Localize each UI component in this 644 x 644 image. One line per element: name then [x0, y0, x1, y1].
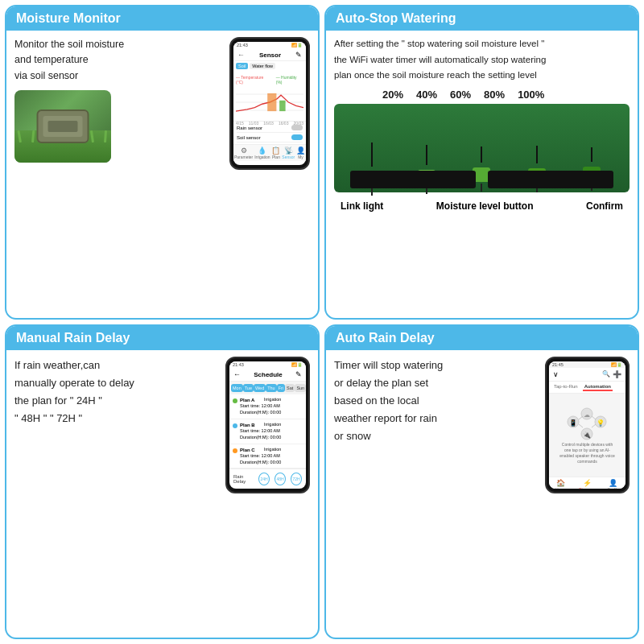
- schedule-signal: 📶🔋: [291, 362, 303, 367]
- auto-nav-profile[interactable]: 👤 Profile: [608, 479, 619, 489]
- plan-icon: 📋: [271, 147, 280, 155]
- bottom-labels: Link light Moisture level button Confirm: [334, 199, 630, 213]
- blade-7: [90, 130, 94, 142]
- waterflow-tab[interactable]: Water flow: [250, 63, 275, 69]
- level-60: 60%: [450, 89, 471, 101]
- soil-sensor-row: Soil sensor: [237, 133, 303, 142]
- auto-nav-profile-label: Profile: [608, 487, 619, 489]
- moisture-chart: [236, 86, 303, 118]
- svg-text:💡: 💡: [597, 419, 605, 427]
- link-light-label: Link light: [341, 200, 383, 212]
- auto-nav-home[interactable]: 🏠 Home: [555, 479, 566, 489]
- slot-right: [488, 171, 613, 188]
- auto-phone-nav: 🏠 Home ⚡ Discover 👤 Profile: [549, 477, 625, 489]
- chart-area: — Temperature (°C) — Humidity (%): [233, 72, 306, 121]
- plan-a-name: Plan A: [240, 397, 254, 403]
- sensor-device: [37, 109, 89, 143]
- plan-a-item: Plan A Irrigation Start time: 12:00 AM D…: [229, 394, 306, 419]
- auto-nav-home-label: Home: [555, 487, 566, 489]
- moisture-desc: Monitor the soil moisture and temperatur…: [14, 37, 223, 84]
- svg-text:🔌: 🔌: [583, 431, 591, 439]
- sensor-time: 21:43: [237, 43, 248, 47]
- plan-c-name: Plan C: [240, 447, 255, 453]
- manual-rain-title: Manual Rain Delay: [16, 331, 308, 345]
- auto-stop-title-bar: Auto-Stop Watering: [326, 6, 638, 31]
- edit-icon[interactable]: ✎: [295, 51, 302, 59]
- home-icon: 🏠: [555, 479, 566, 487]
- schedule-back[interactable]: ←: [233, 370, 241, 378]
- day-sun[interactable]: Sun: [295, 384, 306, 392]
- sensor-image: [14, 90, 111, 163]
- rain-sensor-toggle[interactable]: [291, 125, 303, 130]
- day-wed[interactable]: Wed: [254, 384, 266, 392]
- day-tue[interactable]: Tue: [243, 384, 254, 392]
- auto-rain-title: Auto Rain Delay: [336, 331, 628, 345]
- auto-stop-desc1: After setting the " stop watering soil m…: [334, 37, 630, 52]
- auto-signal: 📶🔋: [611, 362, 622, 367]
- plan-c-info: Plan C Irrigation Start time: 12:00 AM D…: [240, 447, 281, 466]
- auto-stop-desc3: plan once the soil moisture reach the se…: [334, 68, 630, 83]
- schedule-edit[interactable]: ✎: [295, 370, 302, 378]
- date-5: 20/03: [293, 121, 303, 126]
- auto-rain-text: Timer will stop watering or delay the pl…: [334, 357, 539, 493]
- soil-sensor-toggle[interactable]: [291, 134, 303, 140]
- rain-delay-row: Rain Delay 24H 48H 72H: [229, 469, 306, 489]
- plan-c-item: Plan C Irrigation Start time: 12:00 AM D…: [229, 444, 306, 469]
- chart-tabs: Soil Water flow: [233, 61, 306, 71]
- auto-time: 21:45: [552, 362, 564, 367]
- date-2: 11/03: [249, 121, 259, 126]
- plan-b-item: Plan B Irrigation Start time: 12:00 AM D…: [229, 419, 306, 444]
- tab-tap-to-run[interactable]: Tap-to-Run: [552, 383, 580, 391]
- moisture-title: Moisture Monitor: [16, 11, 308, 26]
- manual-rain-layout: If rain weather,can manually operate to …: [14, 357, 310, 493]
- auto-rain-card: Auto Rain Delay Timer will stop watering…: [324, 324, 639, 639]
- plan-a-info: Plan A Irrigation Start time: 12:00 AM D…: [240, 397, 281, 416]
- nav-plan[interactable]: 📋 Plan: [271, 147, 280, 159]
- soil-sensor-label: Soil sensor: [237, 135, 261, 140]
- plan-b-name: Plan B: [240, 422, 255, 428]
- svg-text:📱: 📱: [569, 419, 577, 427]
- auto-status-bar: 21:45 📶🔋: [549, 361, 625, 368]
- sensor-bar-image: [334, 104, 630, 192]
- plan-a-dot: [233, 398, 237, 403]
- nav-parameter[interactable]: ⚙ Parameter: [234, 147, 253, 159]
- delay-72h[interactable]: 72H: [291, 473, 302, 485]
- plan-b-duration: Duration(H:M): 00:00: [240, 435, 281, 441]
- slot-left: [350, 171, 476, 188]
- profile-icon: 👤: [608, 479, 619, 487]
- day-fri[interactable]: Fri: [277, 384, 285, 392]
- search-icon[interactable]: 🔍: [602, 370, 610, 378]
- rain-delay-label: Rain Delay: [233, 474, 254, 484]
- nav-irrigation[interactable]: 💧 Irrigation: [254, 147, 270, 159]
- soil-tab[interactable]: Soil: [236, 63, 248, 69]
- auto-nav-discovery-label: Discover: [579, 487, 594, 489]
- nav-my[interactable]: 👤 My: [296, 147, 305, 159]
- pin-stem-5: [591, 147, 592, 162]
- sensor-status-bar: 21:43 📶🔋: [233, 42, 306, 48]
- nav-plan-label: Plan: [272, 155, 280, 159]
- auto-nav-discovery[interactable]: ⚡ Discover: [579, 479, 594, 489]
- pin-stem-3: [481, 147, 482, 163]
- moisture-title-bar: Moisture Monitor: [6, 6, 318, 31]
- svg-line-16: [592, 424, 596, 427]
- auto-chevron[interactable]: ∨: [553, 370, 559, 378]
- schedule-title: Schedule: [254, 371, 283, 378]
- plan-a-start: Start time: 12:00 AM: [240, 403, 281, 410]
- day-mon[interactable]: Mon: [231, 384, 243, 392]
- nav-my-label: My: [298, 155, 303, 159]
- day-sat[interactable]: Sat: [285, 384, 295, 392]
- day-thu[interactable]: Thu: [266, 384, 276, 392]
- level-40: 40%: [416, 89, 437, 101]
- blade-1: [17, 130, 22, 142]
- svg-rect-4: [279, 101, 285, 111]
- delay-24h[interactable]: 24H: [258, 473, 270, 485]
- nav-sensor[interactable]: 📡 Sensor: [282, 147, 295, 159]
- plan-c-type: Irrigation: [264, 447, 281, 453]
- tab-automation[interactable]: Automation: [583, 383, 613, 391]
- back-arrow[interactable]: ←: [237, 51, 245, 59]
- svg-line-13: [579, 416, 583, 419]
- auto-header: ∨ 🔍 ➕: [549, 368, 625, 382]
- delay-48h[interactable]: 48H: [275, 473, 286, 485]
- pin-stem-4: [536, 146, 538, 163]
- plus-icon[interactable]: ➕: [613, 370, 621, 378]
